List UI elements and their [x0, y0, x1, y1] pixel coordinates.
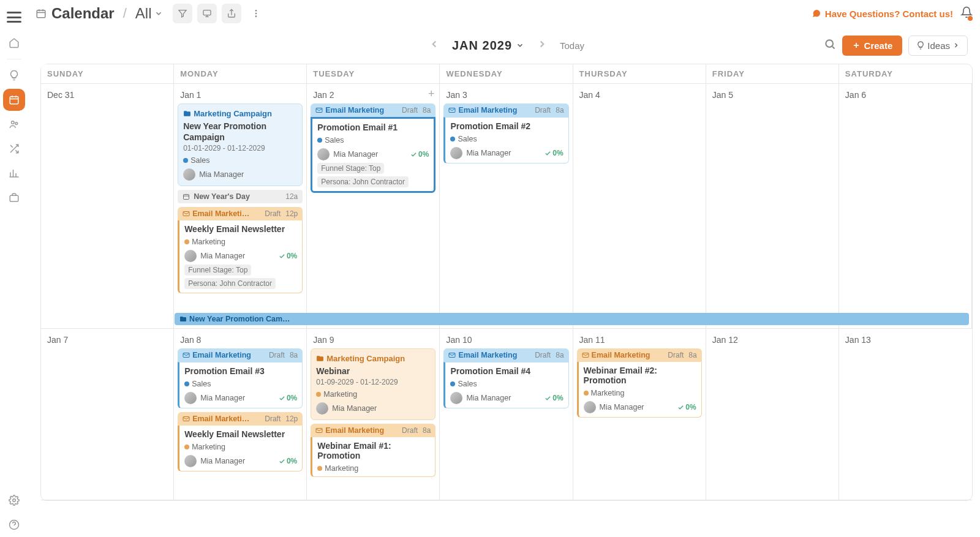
progress-label: 0%: [552, 149, 563, 157]
event-card[interactable]: Email MarketingDraft8a Webinar Email #2:…: [577, 348, 702, 418]
day-number: Jan 10: [446, 335, 566, 345]
progress-label: 0%: [552, 394, 563, 402]
ideas-button[interactable]: Ideas: [908, 36, 968, 56]
event-card[interactable]: Email MarketingDraft8a Promotion Email #…: [178, 348, 303, 408]
email-icon: [448, 351, 456, 359]
tag-label: Sales: [192, 380, 211, 388]
sidebar-assets[interactable]: [3, 187, 25, 209]
prev-month[interactable]: [424, 36, 445, 54]
next-month[interactable]: [532, 36, 552, 54]
breadcrumb-sub[interactable]: All: [135, 5, 163, 22]
check-icon: [410, 151, 417, 158]
event-card[interactable]: Email MarketingDraft8a Webinar Email #1:…: [311, 424, 435, 477]
team-icon: [9, 119, 20, 130]
add-event-button[interactable]: +: [428, 88, 435, 100]
campaign-card[interactable]: Marketing Campaign Webinar 01-09-2029 - …: [311, 348, 435, 420]
event-card[interactable]: Email Marketi… Draft 12p Weekly Email Ne…: [178, 207, 303, 293]
today-button[interactable]: Today: [560, 40, 584, 51]
email-icon: [582, 351, 589, 359]
svg-rect-7: [203, 10, 211, 15]
card-time: 8a: [290, 351, 298, 359]
calendar-tiny-icon: [183, 193, 190, 200]
day-cell[interactable]: Jan 13: [839, 329, 972, 500]
day-cell[interactable]: Jan 8 Email MarketingDraft8a Promotion E…: [174, 329, 307, 500]
event-card[interactable]: Email Marketing Draft 8a Promotion Email…: [311, 103, 435, 193]
sidebar-shuffle[interactable]: [3, 138, 25, 160]
email-icon: [315, 427, 323, 434]
sidebar-ideas[interactable]: [3, 64, 25, 86]
filter-button[interactable]: [173, 4, 192, 23]
day-cell[interactable]: Jan 10 Email MarketingDraft8a Promotion …: [440, 329, 573, 500]
tag-label: Marketing: [192, 443, 225, 451]
event-card[interactable]: Email MarketingDraft8a Promotion Email #…: [443, 348, 568, 408]
avatar: [316, 402, 328, 415]
week-row-2: Jan 7 Jan 8 Email MarketingDraft8a Promo…: [41, 329, 972, 500]
card-time: 12p: [285, 415, 298, 423]
campaign-span-bar[interactable]: New Year Promotion Cam…: [175, 313, 969, 325]
sidebar-analytics[interactable]: [3, 162, 25, 184]
share-icon: [227, 9, 236, 18]
day-cell[interactable]: Jan 9 Marketing Campaign Webinar 01-09-2…: [307, 329, 440, 500]
calendar-header: JAN 2029 Today Create Ideas: [28, 27, 980, 64]
campaign-name: Webinar: [316, 366, 430, 377]
day-cell[interactable]: Jan 6: [839, 84, 972, 329]
calendar-icon: [9, 94, 20, 105]
tag-label: Marketing: [591, 389, 625, 397]
day-cell[interactable]: Jan 11 Email MarketingDraft8a Webinar Em…: [573, 329, 706, 500]
person-name: Mia Manager: [200, 252, 245, 260]
sidebar-help[interactable]: [3, 514, 25, 536]
card-title: Webinar Email #1: Promotion: [317, 441, 430, 460]
campaign-label: Marketing Campaign: [194, 109, 272, 118]
card-title: Webinar Email #2: Promotion: [584, 366, 696, 385]
event-card[interactable]: Email Marketi…Draft12p Weekly Email News…: [178, 412, 303, 471]
sidebar-settings[interactable]: [3, 489, 25, 511]
avatar: [184, 392, 197, 404]
person-name: Mia Manager: [200, 394, 245, 402]
day-cell[interactable]: Jan 12: [706, 329, 839, 500]
day-cell[interactable]: Jan 1 Marketing Campaign New Year Promot…: [174, 84, 307, 329]
sidebar-calendar[interactable]: [3, 89, 25, 111]
svg-rect-12: [184, 195, 189, 200]
display-button[interactable]: [197, 4, 217, 23]
card-status: Draft: [402, 426, 418, 435]
holiday-bar[interactable]: New Year's Day 12a: [178, 190, 303, 203]
tag-label: Sales: [458, 380, 477, 388]
svg-rect-3: [10, 195, 18, 201]
breadcrumb-sub-label: All: [135, 5, 152, 22]
sidebar-team[interactable]: [3, 113, 25, 135]
day-cell[interactable]: Jan 4: [573, 84, 706, 329]
person-name: Mia Manager: [333, 150, 378, 159]
day-cell[interactable]: Jan 5: [706, 84, 839, 329]
search-button[interactable]: [824, 38, 836, 53]
share-button[interactable]: [222, 4, 241, 23]
email-icon: [183, 351, 190, 359]
card-type: Email Marketing: [458, 106, 517, 115]
card-status: Draft: [535, 351, 551, 359]
email-icon: [315, 107, 323, 114]
contact-link[interactable]: Have Questions? Contact us!: [812, 9, 953, 19]
notification-bell[interactable]: [960, 6, 973, 21]
day-number: Jan 13: [845, 335, 966, 345]
day-number: Jan 6: [845, 90, 965, 100]
breadcrumb-root[interactable]: Calendar: [51, 5, 115, 22]
persona-pill: Persona: John Contractor: [184, 278, 276, 289]
day-cell[interactable]: Dec 31: [41, 84, 174, 329]
hamburger-menu[interactable]: [3, 6, 25, 28]
more-button[interactable]: [246, 4, 266, 23]
day-cell[interactable]: Jan 7: [41, 329, 174, 500]
day-cell[interactable]: Jan 3 Email Marketing Draft 8a Promotion…: [440, 84, 573, 329]
persona-pill: Persona: John Contractor: [317, 176, 409, 187]
day-cell[interactable]: Jan 2 + Email Marketing Draft 8a Promoti…: [307, 84, 440, 329]
person-name: Mia Manager: [332, 404, 377, 413]
event-card[interactable]: Email Marketing Draft 8a Promotion Email…: [443, 103, 568, 163]
card-time: 8a: [688, 351, 696, 359]
svg-point-8: [255, 10, 257, 12]
day-number: Jan 11: [579, 335, 699, 345]
card-title: Weekly Email Newsletter: [184, 224, 297, 234]
campaign-card[interactable]: Marketing Campaign New Year Promotion Ca…: [178, 103, 303, 186]
create-button[interactable]: Create: [842, 36, 903, 56]
month-selector[interactable]: JAN 2029: [452, 39, 524, 53]
sidebar-home[interactable]: [3, 32, 25, 54]
tag-label: Sales: [190, 156, 209, 165]
progress-label: 0%: [418, 150, 429, 159]
